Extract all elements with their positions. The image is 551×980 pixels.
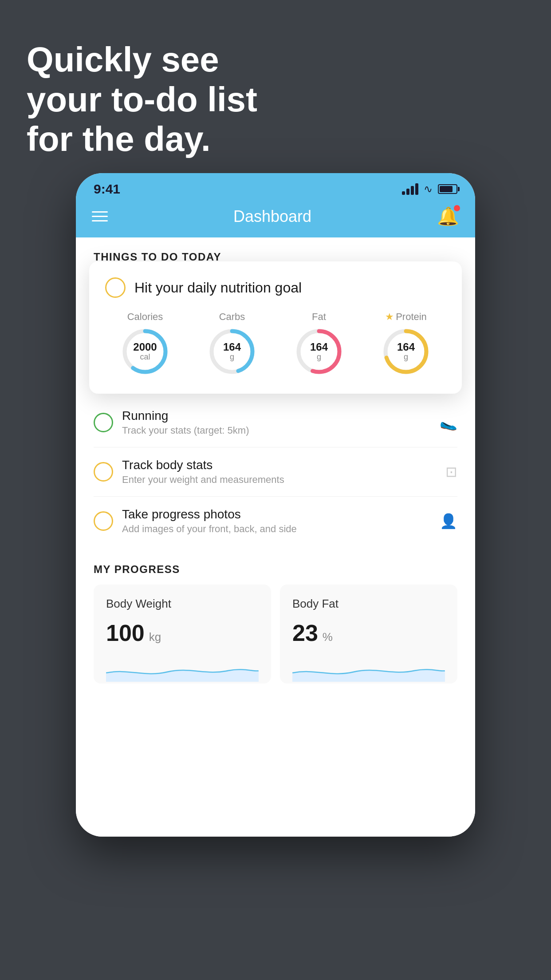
todo-right-icon: 👤 xyxy=(440,513,457,530)
todo-item[interactable]: Take progress photos Add images of your … xyxy=(94,497,457,545)
nutrition-label: Carbs xyxy=(219,311,245,323)
nav-bar: Dashboard 🔔 xyxy=(76,202,475,237)
todo-item[interactable]: Running Track your stats (target: 5km) 🥿 xyxy=(94,398,457,447)
progress-value: 23 xyxy=(292,620,318,646)
headline-line2: your to-do list xyxy=(27,80,257,120)
donut-chart: 164 g xyxy=(295,327,343,376)
menu-button[interactable] xyxy=(92,211,108,221)
phone-screen: 9:41 ∿ Dashboard 🔔 xyxy=(76,173,475,837)
wifi-icon: ∿ xyxy=(424,183,433,195)
star-icon: ★ xyxy=(385,311,394,323)
headline-line1: Quickly see xyxy=(27,40,257,80)
progress-card[interactable]: Body Fat 23 % xyxy=(280,585,457,684)
nutrition-grid: Calories 2000 cal Carbs xyxy=(105,311,446,376)
progress-value-row: 100 kg xyxy=(106,620,259,646)
nutrition-item: Fat 164 g xyxy=(295,311,343,376)
signal-icon xyxy=(402,183,418,195)
progress-card-title: Body Fat xyxy=(292,597,445,611)
todo-item[interactable]: Track body stats Enter your weight and m… xyxy=(94,447,457,497)
battery-icon xyxy=(438,184,457,194)
progress-header: MY PROGRESS xyxy=(94,563,457,576)
progress-card[interactable]: Body Weight 100 kg xyxy=(94,585,271,684)
card-title: Hit your daily nutrition goal xyxy=(134,280,302,296)
progress-section: MY PROGRESS Body Weight 100 kg Body Fat … xyxy=(76,545,475,684)
todo-right-icon: 🥿 xyxy=(440,414,457,431)
progress-card-title: Body Weight xyxy=(106,597,259,611)
donut-value: 164 g xyxy=(223,341,241,362)
donut-chart: 164 g xyxy=(382,327,430,376)
status-bar: 9:41 ∿ xyxy=(76,173,475,202)
headline: Quickly see your to-do list for the day. xyxy=(27,40,257,159)
status-time: 9:41 xyxy=(94,182,120,197)
todo-text: Track body stats Enter your weight and m… xyxy=(122,458,437,486)
todo-subtitle: Add images of your front, back, and side xyxy=(122,523,431,535)
donut-chart: 2000 cal xyxy=(121,327,169,376)
donut-value: 2000 cal xyxy=(133,341,157,362)
nutrition-item: Calories 2000 cal xyxy=(121,311,169,376)
donut-chart: 164 g xyxy=(208,327,256,376)
nutrition-card: Hit your daily nutrition goal Calories 2… xyxy=(89,261,462,394)
card-title-row: Hit your daily nutrition goal xyxy=(105,277,446,298)
nav-title: Dashboard xyxy=(233,207,311,226)
progress-value: 100 xyxy=(106,620,145,646)
headline-line3: for the day. xyxy=(27,119,257,159)
notification-dot xyxy=(454,205,460,211)
todo-circle xyxy=(94,511,113,531)
todo-subtitle: Track your stats (target: 5km) xyxy=(122,425,431,436)
nutrition-item: ★ Protein 164 g xyxy=(382,311,430,376)
donut-value: 164 g xyxy=(397,341,415,362)
todo-title: Track body stats xyxy=(122,458,437,472)
nutrition-label: Calories xyxy=(127,311,163,323)
card-circle-check[interactable] xyxy=(105,277,126,298)
todo-subtitle: Enter your weight and measurements xyxy=(122,474,437,486)
nutrition-item: Carbs 164 g xyxy=(208,311,256,376)
todo-text: Running Track your stats (target: 5km) xyxy=(122,409,431,436)
todo-title: Take progress photos xyxy=(122,507,431,522)
todo-text: Take progress photos Add images of your … xyxy=(122,507,431,535)
progress-unit: % xyxy=(323,630,333,644)
nutrition-label: Fat xyxy=(312,311,326,323)
nutrition-label: Protein xyxy=(396,311,427,323)
donut-value: 164 g xyxy=(310,341,328,362)
phone-mockup: 9:41 ∿ Dashboard 🔔 xyxy=(76,173,475,837)
status-icons: ∿ xyxy=(402,183,457,195)
progress-value-row: 23 % xyxy=(292,620,445,646)
notification-button[interactable]: 🔔 xyxy=(437,206,459,227)
phone-content: THINGS TO DO TODAY Hit your daily nutrit… xyxy=(76,237,475,837)
todo-right-icon: ⊡ xyxy=(445,463,457,480)
progress-cards: Body Weight 100 kg Body Fat 23 % xyxy=(94,585,457,684)
todo-circle xyxy=(94,462,113,482)
todo-title: Running xyxy=(122,409,431,423)
progress-unit: kg xyxy=(149,630,161,644)
todo-list: Running Track your stats (target: 5km) 🥿… xyxy=(76,398,475,545)
todo-circle xyxy=(94,413,113,432)
